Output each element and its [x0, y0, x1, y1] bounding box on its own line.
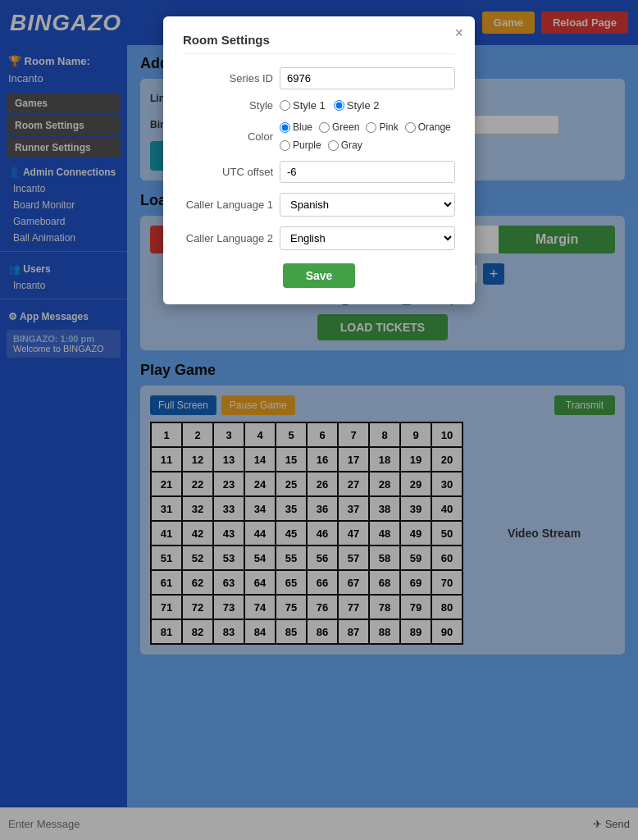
series-id-input[interactable]: [280, 67, 455, 89]
utc-input[interactable]: [280, 161, 455, 183]
color-pink[interactable]: Pink: [366, 121, 398, 133]
series-id-label: Series ID: [183, 72, 273, 84]
modal-title: Room Settings: [183, 33, 455, 54]
modal-save-button[interactable]: Save: [283, 263, 356, 288]
style-row: Style Style 1 Style 2: [183, 99, 455, 112]
style-label: Style: [183, 99, 273, 112]
caller-lang2-label: Caller Language 2: [183, 232, 273, 244]
color-gray[interactable]: Gray: [328, 139, 362, 151]
color-row: Color Blue Green Pink Orange Purple Gray: [183, 121, 455, 151]
color-radio-group: Blue Green Pink Orange Purple Gray: [280, 121, 455, 151]
color-blue[interactable]: Blue: [280, 121, 312, 133]
utc-row: UTC offset: [183, 161, 455, 183]
caller-lang1-select[interactable]: Spanish English: [280, 193, 455, 217]
caller-lang2-row: Caller Language 2 English Spanish: [183, 226, 455, 250]
style2-option[interactable]: Style 2: [334, 99, 380, 112]
caller-lang1-label: Caller Language 1: [183, 199, 273, 211]
caller-lang1-row: Caller Language 1 Spanish English: [183, 193, 455, 217]
utc-label: UTC offset: [183, 166, 273, 178]
color-orange[interactable]: Orange: [405, 121, 451, 133]
style1-option[interactable]: Style 1: [280, 99, 326, 112]
series-id-row: Series ID: [183, 67, 455, 89]
modal-close-button[interactable]: ×: [454, 25, 463, 42]
color-green[interactable]: Green: [319, 121, 359, 133]
room-settings-modal: Room Settings × Series ID Style Style 1 …: [163, 16, 475, 304]
style-radio-group: Style 1 Style 2: [280, 99, 455, 112]
modal-overlay: Room Settings × Series ID Style Style 1 …: [0, 0, 638, 840]
color-purple[interactable]: Purple: [280, 139, 321, 151]
color-label: Color: [183, 130, 273, 143]
caller-lang2-select[interactable]: English Spanish: [280, 226, 455, 250]
